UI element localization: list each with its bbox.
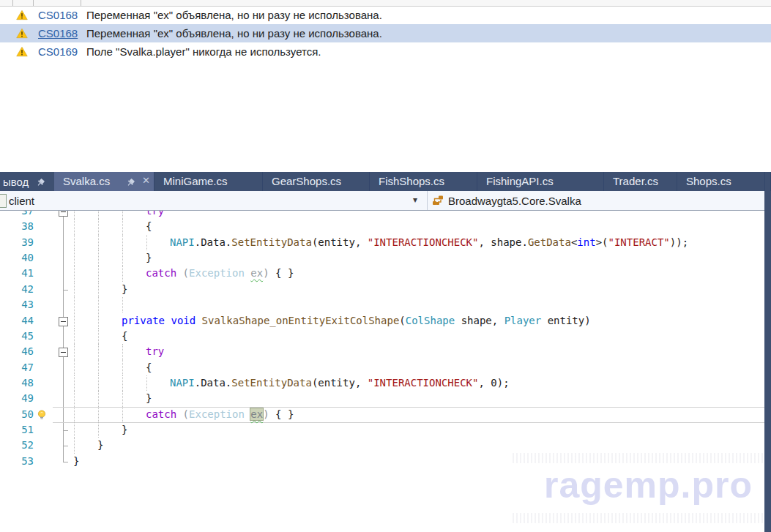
code-line[interactable] xyxy=(0,297,764,312)
code-token: shape, xyxy=(455,315,504,326)
error-code-link[interactable]: CS0169 xyxy=(38,45,78,58)
code-token: ( xyxy=(399,315,405,326)
code-text: { xyxy=(146,219,152,234)
code-token: } xyxy=(122,424,127,435)
error-code-link[interactable]: CS0168 xyxy=(38,9,78,21)
indent-guide xyxy=(74,360,75,375)
error-description: Поле "Svalka.player" никогда не использу… xyxy=(86,45,321,58)
code-line[interactable]: } xyxy=(0,391,764,406)
tab-label: Shops.cs xyxy=(686,175,731,187)
class-icon xyxy=(432,195,444,206)
project-icon xyxy=(0,194,7,208)
project-scope-dropdown[interactable]: client xyxy=(9,195,34,207)
indent-guide xyxy=(122,235,123,250)
code-token xyxy=(195,315,201,326)
code-token: Exception xyxy=(189,267,245,279)
indent-guide xyxy=(98,219,99,234)
ide-background-strip xyxy=(764,191,771,532)
code-token: } xyxy=(73,455,79,467)
column-separator xyxy=(33,0,34,6)
indent-guide xyxy=(74,438,75,453)
code-line[interactable]: NAPI.Data.SetEntityData(entity, "INTERAC… xyxy=(0,235,764,250)
code-token: } xyxy=(146,252,152,263)
tab-label: FishShops.cs xyxy=(379,175,444,187)
indent-guide xyxy=(74,282,75,297)
code-line[interactable]: } xyxy=(0,454,764,469)
pin-icon[interactable] xyxy=(36,177,45,187)
code-line[interactable]: { xyxy=(0,360,764,375)
close-icon[interactable]: ✕ xyxy=(142,175,150,186)
error-row[interactable]: CS0168Переменная "ex" объявлена, но ни р… xyxy=(0,6,771,24)
code-line[interactable]: } xyxy=(0,282,764,297)
code-line[interactable]: try xyxy=(0,211,764,219)
indent-guide xyxy=(98,407,99,422)
code-editor[interactable]: ragemp.pro 37try38{39NAPI.Data.SetEntity… xyxy=(0,211,764,532)
indent-guide xyxy=(122,407,123,422)
code-line[interactable]: } xyxy=(0,422,764,438)
code-token: ex xyxy=(250,267,263,279)
tab-label: MiniGame.cs xyxy=(163,175,228,187)
document-tab[interactable]: MiniGame.cs xyxy=(154,172,263,191)
chevron-down-icon[interactable]: ▾ xyxy=(413,195,417,205)
indent-guide xyxy=(122,297,123,312)
code-token: } xyxy=(146,392,152,404)
error-code-link[interactable]: CS0168 xyxy=(38,27,78,40)
indent-guide xyxy=(122,344,123,359)
code-token: void xyxy=(171,315,195,326)
code-text: { xyxy=(146,360,152,375)
code-line[interactable]: } xyxy=(0,250,764,266)
document-tab[interactable]: Shops.cs xyxy=(677,172,765,191)
code-token: } xyxy=(122,283,127,295)
code-line[interactable]: private void SvalkaShape_onEntityExitCol… xyxy=(0,313,764,329)
document-tab[interactable]: GearShops.cs xyxy=(263,172,370,191)
code-token: ) xyxy=(263,408,269,420)
indent-guide xyxy=(146,375,147,391)
code-token: { } xyxy=(269,408,294,420)
code-text: } xyxy=(73,454,79,469)
indent-guide xyxy=(146,235,147,250)
code-text: } xyxy=(122,282,127,297)
code-line[interactable]: try xyxy=(0,344,764,359)
code-line[interactable]: { xyxy=(0,219,764,234)
code-line[interactable]: NAPI.Data.SetEntityData(entity, "INTERAC… xyxy=(0,375,764,391)
code-token: ( xyxy=(183,267,189,279)
tab-output-window[interactable]: ывод xyxy=(0,172,45,191)
code-token xyxy=(176,408,182,420)
warning-triangle-icon xyxy=(16,46,28,57)
indent-guide xyxy=(74,313,75,329)
code-token: entity) xyxy=(541,315,590,326)
indent-guide xyxy=(98,344,99,359)
error-row[interactable]: CS0168Переменная "ex" объявлена, но ни р… xyxy=(0,24,771,42)
error-row[interactable]: CS0169Поле "Svalka.player" никогда не ис… xyxy=(0,42,771,61)
indent-guide xyxy=(98,313,99,329)
indent-guide xyxy=(74,250,75,266)
document-tab[interactable]: FishingAPI.cs xyxy=(477,172,604,191)
code-line[interactable]: } xyxy=(0,438,764,453)
code-text: private void SvalkaShape_onEntityExitCol… xyxy=(122,313,591,329)
warning-triangle-icon xyxy=(16,10,28,20)
pin-icon[interactable] xyxy=(126,177,135,187)
code-text: { xyxy=(122,329,127,344)
tab-label: GearShops.cs xyxy=(272,175,341,187)
code-token: SvalkaShape_onEntityExitColShape xyxy=(202,315,400,326)
member-dropdown[interactable]: Broadwaygta5.Core.Svalka xyxy=(448,195,581,207)
error-description: Переменная "ex" объявлена, но ни разу не… xyxy=(86,27,382,40)
indent-guide xyxy=(98,422,99,438)
code-text: try xyxy=(146,344,164,359)
indent-guide xyxy=(122,391,123,406)
code-line[interactable]: catch (Exception ex) { } xyxy=(0,407,764,422)
indent-guide xyxy=(74,391,75,406)
code-line[interactable]: { xyxy=(0,329,764,344)
document-tab[interactable]: Trader.cs xyxy=(604,172,677,191)
indent-guide xyxy=(98,211,99,219)
code-token: , 0); xyxy=(478,377,509,389)
document-tab[interactable]: FishShops.cs xyxy=(370,172,477,191)
error-list-panel: CS0168Переменная "ex" объявлена, но ни р… xyxy=(0,0,771,172)
visual-studio-screen: CS0168Переменная "ex" объявлена, но ни р… xyxy=(0,0,771,532)
code-token: ( xyxy=(183,408,189,420)
document-tab[interactable]: S xyxy=(765,172,771,191)
code-token: "INTERACT" xyxy=(608,236,670,248)
document-tab[interactable]: Svalka.cs✕ xyxy=(54,172,154,191)
code-token: ex xyxy=(250,408,263,420)
code-line[interactable]: catch (Exception ex) { } xyxy=(0,266,764,281)
